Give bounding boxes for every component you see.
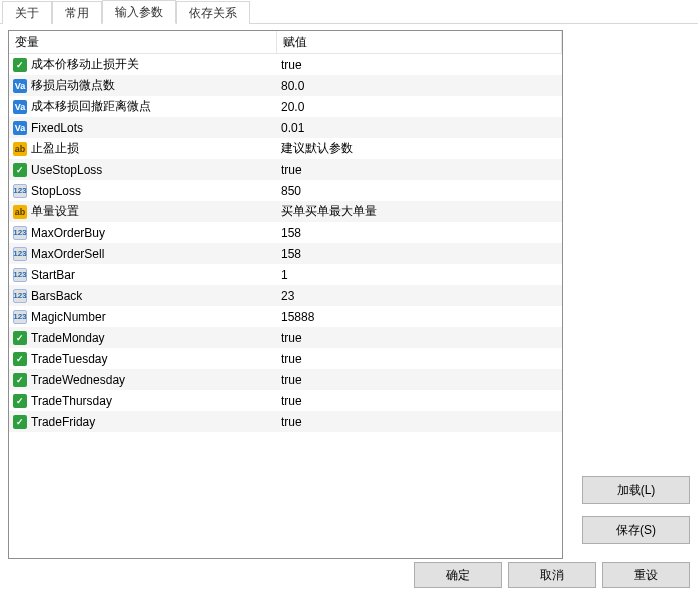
param-name-label: TradeThursday [31, 394, 112, 408]
bool-type-icon: ✓ [13, 352, 27, 366]
reset-button[interactable]: 重设 [602, 562, 690, 588]
param-name-label: StopLoss [31, 184, 81, 198]
param-value-cell[interactable]: 80.0 [277, 75, 562, 96]
table-row[interactable]: 123StopLoss850 [9, 180, 562, 201]
bool-type-icon: ✓ [13, 415, 27, 429]
param-value-cell[interactable]: 1 [277, 264, 562, 285]
param-name-label: 单量设置 [31, 203, 79, 220]
table-row[interactable]: ✓TradeMondaytrue [9, 327, 562, 348]
table-row[interactable]: VaFixedLots0.01 [9, 117, 562, 138]
save-button[interactable]: 保存(S) [582, 516, 690, 544]
str-type-icon: ab [13, 142, 27, 156]
table-row[interactable]: 123BarsBack23 [9, 285, 562, 306]
table-row[interactable]: Va移损启动微点数80.0 [9, 75, 562, 96]
param-name-label: StartBar [31, 268, 75, 282]
param-name-label: 成本价移动止损开关 [31, 56, 139, 73]
param-value-label: 850 [281, 184, 301, 198]
table-header: 变量 赋值 [9, 31, 562, 54]
param-name-label: TradeWednesday [31, 373, 125, 387]
param-name-label: TradeTuesday [31, 352, 107, 366]
param-value-cell[interactable]: true [277, 327, 562, 348]
load-button[interactable]: 加载(L) [582, 476, 690, 504]
param-value-cell[interactable]: true [277, 159, 562, 180]
table-row[interactable]: ✓TradeWednesdaytrue [9, 369, 562, 390]
param-value-cell[interactable]: 买单买单最大单量 [277, 201, 562, 222]
param-value-cell[interactable]: 20.0 [277, 96, 562, 117]
param-value-cell[interactable]: 0.01 [277, 117, 562, 138]
param-value-label: 23 [281, 289, 294, 303]
param-value-cell[interactable]: 158 [277, 222, 562, 243]
table-row[interactable]: ✓UseStopLosstrue [9, 159, 562, 180]
param-value-label: 1 [281, 268, 288, 282]
header-variable[interactable]: 变量 [9, 31, 277, 53]
param-value-label: true [281, 415, 302, 429]
param-value-label: true [281, 163, 302, 177]
tab-common[interactable]: 常用 [52, 1, 102, 24]
tab-strip: 关于 常用 输入参数 依存关系 [0, 0, 698, 24]
param-value-cell[interactable]: 23 [277, 285, 562, 306]
param-value-label: 买单买单最大单量 [281, 203, 377, 220]
param-value-cell[interactable]: 建议默认参数 [277, 138, 562, 159]
param-name-label: UseStopLoss [31, 163, 102, 177]
param-name-label: 止盈止损 [31, 140, 79, 157]
bool-type-icon: ✓ [13, 394, 27, 408]
param-name-label: 成本移损回撤距离微点 [31, 98, 151, 115]
header-value[interactable]: 赋值 [277, 31, 562, 53]
param-value-cell[interactable]: true [277, 54, 562, 75]
param-value-cell[interactable]: true [277, 411, 562, 432]
tab-about[interactable]: 关于 [2, 1, 52, 24]
table-row[interactable]: ✓TradeTuesdaytrue [9, 348, 562, 369]
int-type-icon: 123 [13, 268, 27, 282]
param-value-label: true [281, 373, 302, 387]
param-value-cell[interactable]: true [277, 369, 562, 390]
param-name-cell: 123BarsBack [9, 285, 277, 306]
param-value-cell[interactable]: 158 [277, 243, 562, 264]
table-row[interactable]: ab单量设置买单买单最大单量 [9, 201, 562, 222]
dbl-type-icon: Va [13, 121, 27, 135]
param-value-label: 158 [281, 226, 301, 240]
dbl-type-icon: Va [13, 79, 27, 93]
cancel-button[interactable]: 取消 [508, 562, 596, 588]
param-name-label: MaxOrderBuy [31, 226, 105, 240]
int-type-icon: 123 [13, 184, 27, 198]
table-row[interactable]: ab止盈止损建议默认参数 [9, 138, 562, 159]
param-name-cell: ✓TradeMonday [9, 327, 277, 348]
int-type-icon: 123 [13, 247, 27, 261]
int-type-icon: 123 [13, 310, 27, 324]
param-value-label: 0.01 [281, 121, 304, 135]
param-name-cell: 123MaxOrderSell [9, 243, 277, 264]
param-value-cell[interactable]: 850 [277, 180, 562, 201]
table-row[interactable]: Va成本移损回撤距离微点20.0 [9, 96, 562, 117]
param-value-label: 158 [281, 247, 301, 261]
param-value-label: true [281, 352, 302, 366]
param-value-label: 20.0 [281, 100, 304, 114]
table-row[interactable]: 123MagicNumber15888 [9, 306, 562, 327]
bool-type-icon: ✓ [13, 331, 27, 345]
tab-inputs[interactable]: 输入参数 [102, 0, 176, 24]
param-value-cell[interactable]: 15888 [277, 306, 562, 327]
bool-type-icon: ✓ [13, 58, 27, 72]
tab-dependencies[interactable]: 依存关系 [176, 1, 250, 24]
int-type-icon: 123 [13, 226, 27, 240]
table-body: ✓成本价移动止损开关trueVa移损启动微点数80.0Va成本移损回撤距离微点2… [9, 54, 562, 432]
table-row[interactable]: 123MaxOrderSell158 [9, 243, 562, 264]
param-name-label: TradeFriday [31, 415, 95, 429]
param-name-cell: ✓TradeTuesday [9, 348, 277, 369]
param-name-label: BarsBack [31, 289, 82, 303]
param-value-label: true [281, 331, 302, 345]
table-row[interactable]: 123StartBar1 [9, 264, 562, 285]
param-value-label: 15888 [281, 310, 314, 324]
table-row[interactable]: ✓成本价移动止损开关true [9, 54, 562, 75]
ok-button[interactable]: 确定 [414, 562, 502, 588]
param-value-cell[interactable]: true [277, 390, 562, 411]
table-row[interactable]: ✓TradeThursdaytrue [9, 390, 562, 411]
param-value-label: true [281, 58, 302, 72]
param-name-cell: ✓TradeWednesday [9, 369, 277, 390]
param-name-cell: VaFixedLots [9, 117, 277, 138]
param-value-cell[interactable]: true [277, 348, 562, 369]
param-name-cell: ✓TradeFriday [9, 411, 277, 432]
param-name-label: FixedLots [31, 121, 83, 135]
table-row[interactable]: 123MaxOrderBuy158 [9, 222, 562, 243]
param-name-cell: 123MagicNumber [9, 306, 277, 327]
table-row[interactable]: ✓TradeFridaytrue [9, 411, 562, 432]
